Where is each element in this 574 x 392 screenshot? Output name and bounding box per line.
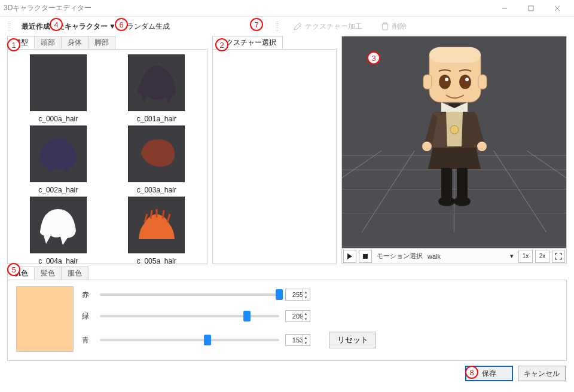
texture-process-button[interactable]: テクスチャー加工 xyxy=(289,20,366,33)
parts-tabs: 髪型 頭部 身体 脚部 xyxy=(7,36,207,49)
speed-1x-button[interactable]: 1x xyxy=(518,250,533,263)
svg-rect-27 xyxy=(457,168,468,199)
tab-hair-color[interactable]: 髪色 xyxy=(34,267,62,280)
parts-pane: 髪型 頭部 身体 脚部 c_000a_hair c_001a_hair xyxy=(7,36,207,264)
hair-item-label: c_004a_hair xyxy=(13,257,103,264)
list-item[interactable]: c_001a_hair xyxy=(112,54,201,123)
reset-color-button[interactable]: リセット xyxy=(329,332,376,348)
green-slider-row: 緑 209▲▼ xyxy=(82,310,376,322)
svg-line-12 xyxy=(527,151,566,232)
delete-button[interactable]: 削除 xyxy=(377,20,410,33)
svg-point-23 xyxy=(450,125,459,134)
blue-spinner[interactable]: 153▲▼ xyxy=(285,334,310,346)
annotation-2: 2 xyxy=(215,38,228,51)
play-button[interactable] xyxy=(343,250,356,263)
parts-thumbnail-grid[interactable]: c_000a_hair c_001a_hair c_002a_hair c_00… xyxy=(8,50,207,264)
list-item[interactable]: c_003a_hair xyxy=(112,125,201,194)
svg-rect-26 xyxy=(441,168,452,199)
annotation-4: 4 xyxy=(50,18,63,31)
list-item[interactable]: c_000a_hair xyxy=(13,54,103,123)
trash-icon xyxy=(380,22,390,31)
list-item[interactable]: c_005a_hair xyxy=(112,197,201,264)
recent-characters-label: 最近作成したキャラクター xyxy=(22,22,108,32)
recent-characters-dropdown[interactable]: 最近作成したキャラクター▼ xyxy=(22,22,116,32)
svg-point-29 xyxy=(454,197,471,206)
texture-tabs: テクスチャー選択 xyxy=(212,36,337,49)
fullscreen-button[interactable] xyxy=(552,250,565,263)
hair-item-label: c_003a_hair xyxy=(112,186,201,194)
green-label: 緑 xyxy=(82,311,94,321)
annotation-3: 3 xyxy=(367,51,380,65)
toolbar-grip-icon xyxy=(7,21,11,32)
toolbar: 最近作成したキャラクター▼ ランダム生成 テクスチャー加工 削除 xyxy=(0,17,574,36)
color-preview-swatch xyxy=(16,286,74,352)
texture-pane: テクスチャー選択 xyxy=(212,36,337,264)
motion-select-dropdown[interactable]: walk ▾ xyxy=(425,252,516,260)
green-slider[interactable] xyxy=(100,315,279,317)
chevron-down-icon: ▾ xyxy=(510,252,514,260)
preview-pane: モーション選択 walk ▾ 1x 2x xyxy=(341,36,567,264)
window-minimize-button[interactable] xyxy=(491,0,518,17)
window-titlebar: 3Dキャラクターエディター xyxy=(0,0,574,17)
svg-point-28 xyxy=(438,197,455,206)
svg-rect-31 xyxy=(363,254,368,259)
red-spinner[interactable]: 255▲▼ xyxy=(285,289,310,301)
toolbar-grip-icon xyxy=(275,21,279,32)
character-preview xyxy=(407,41,502,222)
parts-grid-panel: c_000a_hair c_001a_hair c_002a_hair c_00… xyxy=(7,49,207,264)
svg-point-20 xyxy=(465,78,469,81)
motion-select-label: モーション選択 xyxy=(377,252,423,261)
hair-item-label: c_002a_hair xyxy=(13,186,103,194)
annotation-5: 5 xyxy=(7,263,20,276)
window-maximize-button[interactable] xyxy=(518,0,544,17)
cancel-button[interactable]: キャンセル xyxy=(518,366,566,381)
svg-rect-14 xyxy=(429,47,481,63)
list-item[interactable]: c_002a_hair xyxy=(13,125,103,194)
red-slider[interactable] xyxy=(100,293,279,296)
window-close-button[interactable] xyxy=(544,0,570,17)
hair-item-label: c_001a_hair xyxy=(112,115,201,123)
3d-viewport[interactable] xyxy=(341,36,567,249)
motion-selected-value: walk xyxy=(428,253,441,260)
tab-clothes-color[interactable]: 服色 xyxy=(61,267,88,280)
stop-button[interactable] xyxy=(359,250,372,263)
blue-slider-row: 青 153▲▼ リセット xyxy=(82,332,376,348)
tab-head[interactable]: 頭部 xyxy=(34,36,62,49)
svg-marker-30 xyxy=(347,253,352,259)
annotation-6: 6 xyxy=(115,18,128,31)
svg-rect-1 xyxy=(529,6,533,11)
red-slider-row: 赤 255▲▼ xyxy=(82,289,376,301)
svg-point-25 xyxy=(477,142,487,151)
svg-point-17 xyxy=(439,75,451,89)
svg-rect-16 xyxy=(478,75,487,89)
annotation-1: 1 xyxy=(7,38,20,51)
blue-slider[interactable] xyxy=(100,339,279,341)
red-label: 赤 xyxy=(82,290,94,300)
blue-label: 青 xyxy=(82,335,94,345)
hair-item-label: c_005a_hair xyxy=(112,257,201,264)
random-generate-button[interactable]: ランダム生成 xyxy=(127,22,170,32)
list-item[interactable]: c_004a_hair xyxy=(13,197,103,264)
color-tabs: 肌色 髪色 服色 xyxy=(7,267,567,280)
window-title: 3Dキャラクターエディター xyxy=(4,3,491,13)
dialog-footer: 保存 キャンセル xyxy=(0,361,574,386)
svg-line-11 xyxy=(342,151,381,232)
svg-point-24 xyxy=(422,142,432,151)
green-spinner[interactable]: 209▲▼ xyxy=(285,310,310,322)
texture-list-panel[interactable] xyxy=(212,49,337,264)
annotation-8: 8 xyxy=(465,366,478,379)
pencil-icon xyxy=(293,22,303,31)
svg-point-18 xyxy=(459,75,471,89)
speed-2x-button[interactable]: 2x xyxy=(535,250,549,263)
tab-legs[interactable]: 脚部 xyxy=(88,36,115,49)
texture-process-label: テクスチャー加工 xyxy=(305,22,362,32)
svg-point-19 xyxy=(445,78,448,81)
tab-body[interactable]: 身体 xyxy=(61,36,88,49)
annotation-7: 7 xyxy=(250,18,263,31)
motion-toolbar: モーション選択 walk ▾ 1x 2x xyxy=(341,249,567,264)
hair-item-label: c_000a_hair xyxy=(13,115,103,123)
color-section: 肌色 髪色 服色 赤 255▲▼ 緑 209▲▼ 青 153▲▼ リセット xyxy=(0,264,574,361)
delete-label: 削除 xyxy=(392,22,407,32)
svg-rect-15 xyxy=(423,75,432,89)
